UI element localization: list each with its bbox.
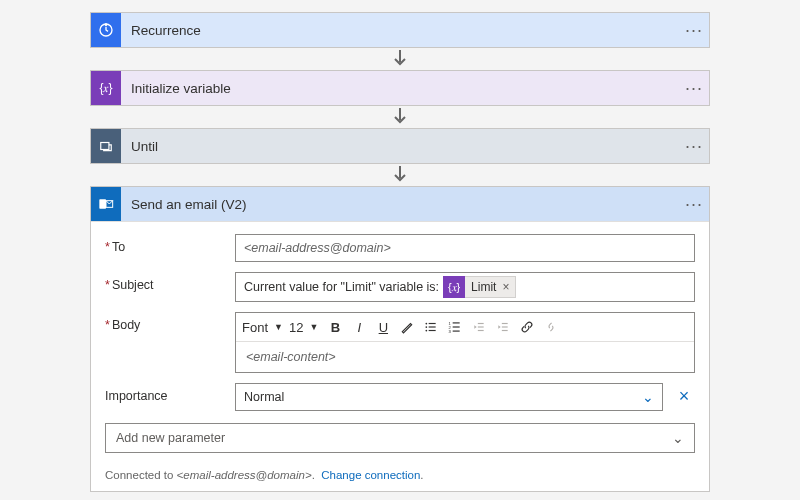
token-label: Limit	[471, 280, 496, 294]
svg-point-9	[426, 330, 428, 332]
underline-button[interactable]: U	[372, 316, 394, 338]
importance-value: Normal	[244, 390, 284, 404]
svg-rect-16	[453, 331, 460, 332]
importance-label: Importance	[105, 383, 225, 403]
importance-select[interactable]: Normal ⌄	[235, 383, 663, 411]
svg-point-1	[105, 24, 106, 25]
more-menu[interactable]: ···	[679, 21, 709, 39]
step-title: Initialize variable	[121, 81, 679, 96]
connector-arrow	[390, 108, 410, 126]
subject-label: Subject	[105, 272, 225, 292]
highlight-button[interactable]	[396, 316, 418, 338]
svg-rect-8	[429, 326, 436, 327]
step-title: Recurrence	[121, 23, 679, 38]
step-initialize-variable[interactable]: {𝑥} Initialize variable ···	[91, 71, 709, 105]
outdent-button[interactable]	[468, 316, 490, 338]
svg-rect-19	[478, 330, 484, 331]
add-parameter-label: Add new parameter	[116, 431, 225, 445]
rich-text-toolbar: Font ▼ 12 ▼ B I U	[236, 313, 694, 342]
loop-icon	[91, 129, 121, 163]
step-title: Until	[121, 139, 679, 154]
subject-input[interactable]: Current value for "Limit" variable is: {…	[235, 272, 695, 302]
chevron-down-icon: ▼	[274, 322, 283, 332]
chevron-down-icon: ⌄	[642, 389, 654, 405]
connector-arrow	[390, 50, 410, 68]
chevron-down-icon: ▼	[309, 322, 318, 332]
step-title: Send an email (V2)	[121, 197, 679, 212]
svg-rect-18	[478, 326, 484, 327]
svg-rect-6	[429, 323, 436, 324]
bold-button[interactable]: B	[324, 316, 346, 338]
svg-rect-20	[502, 323, 508, 324]
svg-rect-2	[101, 143, 109, 150]
svg-rect-10	[429, 330, 436, 331]
change-connection-link[interactable]: Change connection	[321, 469, 420, 481]
italic-button[interactable]: I	[348, 316, 370, 338]
svg-rect-12	[453, 322, 460, 323]
step-send-email[interactable]: Send an email (V2) ···	[91, 187, 709, 221]
link-button[interactable]	[516, 316, 538, 338]
font-select[interactable]: Font ▼	[242, 320, 287, 335]
variable-icon: {𝑥}	[443, 276, 465, 298]
to-label: To	[105, 234, 225, 254]
svg-rect-17	[478, 323, 484, 324]
indent-button[interactable]	[492, 316, 514, 338]
to-input[interactable]: <email-address@domain>	[235, 234, 695, 262]
step-recurrence[interactable]: Recurrence ···	[91, 13, 709, 47]
svg-point-5	[426, 323, 428, 325]
chevron-down-icon: ⌄	[672, 430, 684, 446]
more-menu[interactable]: ···	[679, 137, 709, 155]
more-menu[interactable]: ···	[679, 195, 709, 213]
unlink-button[interactable]	[540, 316, 562, 338]
number-list-button[interactable]: 123	[444, 316, 466, 338]
remove-parameter-button[interactable]: ×	[673, 383, 695, 407]
body-placeholder: <email-content>	[246, 350, 336, 364]
token-remove[interactable]: ×	[502, 280, 509, 294]
svg-rect-22	[502, 330, 508, 331]
bullet-list-button[interactable]	[420, 316, 442, 338]
connector-arrow	[390, 166, 410, 184]
to-placeholder: <email-address@domain>	[244, 241, 391, 255]
svg-text:3: 3	[449, 329, 452, 334]
outlook-icon	[91, 187, 121, 221]
dynamic-token[interactable]: {𝑥} Limit ×	[443, 276, 516, 298]
svg-rect-14	[453, 326, 460, 327]
svg-point-7	[426, 326, 428, 328]
add-parameter-select[interactable]: Add new parameter ⌄	[105, 423, 695, 453]
step-until[interactable]: Until ···	[91, 129, 709, 163]
body-label: Body	[105, 312, 225, 332]
more-menu[interactable]: ···	[679, 79, 709, 97]
svg-rect-3	[99, 199, 106, 208]
subject-text: Current value for "Limit" variable is:	[244, 280, 439, 294]
variable-icon: {𝑥}	[91, 71, 121, 105]
connection-info: Connected to <email-address@domain>. Cha…	[105, 469, 695, 481]
body-editor[interactable]: <email-content>	[236, 342, 694, 372]
clock-icon	[91, 13, 121, 47]
svg-rect-21	[502, 326, 508, 327]
font-size-select[interactable]: 12 ▼	[289, 320, 322, 335]
